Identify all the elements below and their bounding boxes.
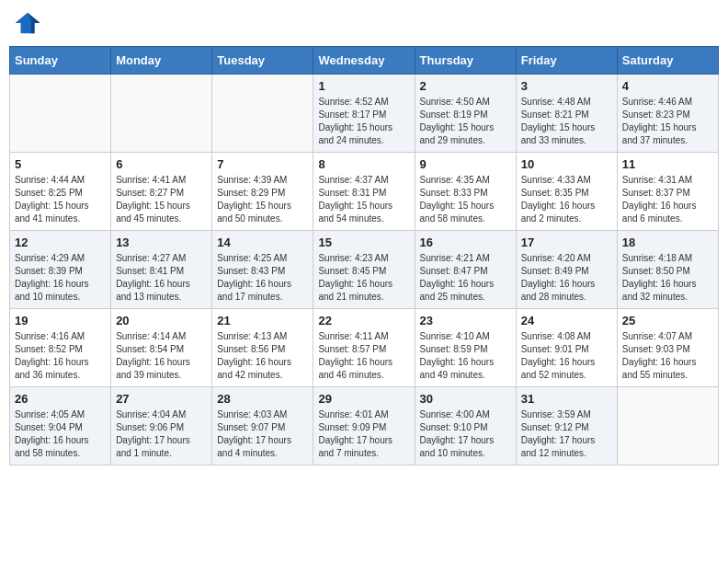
day-of-week-header: Saturday bbox=[617, 47, 718, 75]
calendar-day-cell: 11Sunrise: 4:31 AM Sunset: 8:37 PM Dayli… bbox=[617, 153, 718, 231]
day-number: 24 bbox=[521, 314, 612, 327]
day-number: 7 bbox=[217, 157, 308, 171]
day-of-week-header: Wednesday bbox=[313, 47, 415, 75]
calendar-day-cell: 9Sunrise: 4:35 AM Sunset: 8:33 PM Daylig… bbox=[415, 153, 516, 231]
day-info: Sunrise: 4:20 AM Sunset: 8:49 PM Dayligh… bbox=[521, 252, 612, 304]
day-info: Sunrise: 4:35 AM Sunset: 8:33 PM Dayligh… bbox=[420, 174, 511, 225]
day-info: Sunrise: 4:52 AM Sunset: 8:17 PM Dayligh… bbox=[318, 96, 409, 147]
day-info: Sunrise: 4:46 AM Sunset: 8:23 PM Dayligh… bbox=[622, 96, 713, 147]
day-info: Sunrise: 4:18 AM Sunset: 8:50 PM Dayligh… bbox=[622, 252, 713, 304]
calendar-day-cell bbox=[10, 75, 111, 153]
calendar-day-cell: 26Sunrise: 4:05 AM Sunset: 9:04 PM Dayli… bbox=[10, 387, 111, 465]
calendar-day-cell: 28Sunrise: 4:03 AM Sunset: 9:07 PM Dayli… bbox=[212, 387, 313, 465]
day-info: Sunrise: 3:59 AM Sunset: 9:12 PM Dayligh… bbox=[521, 408, 612, 460]
day-info: Sunrise: 4:07 AM Sunset: 9:03 PM Dayligh… bbox=[622, 330, 713, 382]
day-number: 29 bbox=[318, 392, 409, 406]
calendar-day-cell: 24Sunrise: 4:08 AM Sunset: 9:01 PM Dayli… bbox=[516, 309, 617, 387]
day-number: 23 bbox=[420, 314, 511, 327]
day-of-week-header: Monday bbox=[111, 47, 212, 75]
day-number: 1 bbox=[318, 79, 409, 93]
day-number: 4 bbox=[622, 79, 713, 93]
day-info: Sunrise: 4:10 AM Sunset: 8:59 PM Dayligh… bbox=[420, 330, 511, 382]
calendar-week-row: 1Sunrise: 4:52 AM Sunset: 8:17 PM Daylig… bbox=[10, 75, 719, 153]
day-number: 26 bbox=[15, 392, 106, 406]
day-number: 20 bbox=[116, 314, 207, 327]
calendar-day-cell: 12Sunrise: 4:29 AM Sunset: 8:39 PM Dayli… bbox=[10, 231, 111, 309]
day-number: 19 bbox=[15, 314, 106, 327]
day-number: 27 bbox=[116, 392, 207, 406]
day-info: Sunrise: 4:37 AM Sunset: 8:31 PM Dayligh… bbox=[318, 174, 409, 225]
calendar-week-row: 19Sunrise: 4:16 AM Sunset: 8:52 PM Dayli… bbox=[10, 309, 719, 387]
day-info: Sunrise: 4:31 AM Sunset: 8:37 PM Dayligh… bbox=[622, 174, 713, 225]
day-number: 30 bbox=[420, 392, 511, 406]
day-info: Sunrise: 4:00 AM Sunset: 9:10 PM Dayligh… bbox=[420, 408, 511, 460]
day-number: 22 bbox=[318, 314, 409, 327]
day-number: 28 bbox=[217, 392, 308, 406]
day-of-week-header: Tuesday bbox=[212, 47, 313, 75]
calendar-day-cell: 25Sunrise: 4:07 AM Sunset: 9:03 PM Dayli… bbox=[617, 309, 718, 387]
day-number: 12 bbox=[15, 236, 106, 249]
day-number: 15 bbox=[318, 236, 409, 249]
day-info: Sunrise: 4:11 AM Sunset: 8:57 PM Dayligh… bbox=[318, 330, 409, 382]
calendar-day-cell: 3Sunrise: 4:48 AM Sunset: 8:21 PM Daylig… bbox=[516, 75, 617, 153]
calendar-day-cell bbox=[617, 387, 718, 465]
day-number: 14 bbox=[217, 236, 308, 249]
day-number: 18 bbox=[622, 236, 713, 249]
calendar-day-cell: 4Sunrise: 4:46 AM Sunset: 8:23 PM Daylig… bbox=[617, 75, 718, 153]
day-info: Sunrise: 4:03 AM Sunset: 9:07 PM Dayligh… bbox=[217, 408, 308, 460]
day-info: Sunrise: 4:05 AM Sunset: 9:04 PM Dayligh… bbox=[15, 408, 106, 460]
calendar-day-cell: 10Sunrise: 4:33 AM Sunset: 8:35 PM Dayli… bbox=[516, 153, 617, 231]
calendar-day-cell: 17Sunrise: 4:20 AM Sunset: 8:49 PM Dayli… bbox=[516, 231, 617, 309]
day-info: Sunrise: 4:04 AM Sunset: 9:06 PM Dayligh… bbox=[116, 408, 207, 460]
calendar-day-cell: 8Sunrise: 4:37 AM Sunset: 8:31 PM Daylig… bbox=[313, 153, 415, 231]
day-number: 17 bbox=[521, 236, 612, 249]
calendar-header-row: SundayMondayTuesdayWednesdayThursdayFrid… bbox=[10, 47, 719, 75]
page-header bbox=[9, 9, 719, 37]
day-info: Sunrise: 4:50 AM Sunset: 8:19 PM Dayligh… bbox=[420, 96, 511, 147]
day-number: 21 bbox=[217, 314, 308, 327]
calendar-day-cell: 6Sunrise: 4:41 AM Sunset: 8:27 PM Daylig… bbox=[111, 153, 212, 231]
day-number: 10 bbox=[521, 157, 612, 171]
day-number: 2 bbox=[420, 79, 511, 93]
calendar-day-cell: 21Sunrise: 4:13 AM Sunset: 8:56 PM Dayli… bbox=[212, 309, 313, 387]
logo-icon bbox=[14, 9, 41, 37]
day-number: 3 bbox=[521, 79, 612, 93]
calendar-week-row: 26Sunrise: 4:05 AM Sunset: 9:04 PM Dayli… bbox=[10, 387, 719, 465]
day-number: 16 bbox=[420, 236, 511, 249]
day-info: Sunrise: 4:27 AM Sunset: 8:41 PM Dayligh… bbox=[116, 252, 207, 304]
calendar-day-cell: 14Sunrise: 4:25 AM Sunset: 8:43 PM Dayli… bbox=[212, 231, 313, 309]
day-info: Sunrise: 4:01 AM Sunset: 9:09 PM Dayligh… bbox=[318, 408, 409, 460]
day-info: Sunrise: 4:39 AM Sunset: 8:29 PM Dayligh… bbox=[217, 174, 308, 225]
logo bbox=[14, 9, 45, 37]
calendar-day-cell: 1Sunrise: 4:52 AM Sunset: 8:17 PM Daylig… bbox=[313, 75, 415, 153]
calendar-week-row: 12Sunrise: 4:29 AM Sunset: 8:39 PM Dayli… bbox=[10, 231, 719, 309]
calendar-day-cell: 15Sunrise: 4:23 AM Sunset: 8:45 PM Dayli… bbox=[313, 231, 415, 309]
day-number: 11 bbox=[622, 157, 713, 171]
calendar-day-cell: 16Sunrise: 4:21 AM Sunset: 8:47 PM Dayli… bbox=[415, 231, 516, 309]
calendar-day-cell: 7Sunrise: 4:39 AM Sunset: 8:29 PM Daylig… bbox=[212, 153, 313, 231]
day-number: 9 bbox=[420, 157, 511, 171]
day-info: Sunrise: 4:13 AM Sunset: 8:56 PM Dayligh… bbox=[217, 330, 308, 382]
calendar-table: SundayMondayTuesdayWednesdayThursdayFrid… bbox=[9, 46, 719, 465]
day-info: Sunrise: 4:33 AM Sunset: 8:35 PM Dayligh… bbox=[521, 174, 612, 225]
calendar-day-cell: 18Sunrise: 4:18 AM Sunset: 8:50 PM Dayli… bbox=[617, 231, 718, 309]
calendar-day-cell bbox=[111, 75, 212, 153]
day-info: Sunrise: 4:44 AM Sunset: 8:25 PM Dayligh… bbox=[15, 174, 106, 225]
day-number: 13 bbox=[116, 236, 207, 249]
day-number: 6 bbox=[116, 157, 207, 171]
day-number: 25 bbox=[622, 314, 713, 327]
day-info: Sunrise: 4:41 AM Sunset: 8:27 PM Dayligh… bbox=[116, 174, 207, 225]
calendar-week-row: 5Sunrise: 4:44 AM Sunset: 8:25 PM Daylig… bbox=[10, 153, 719, 231]
day-of-week-header: Friday bbox=[516, 47, 617, 75]
day-info: Sunrise: 4:16 AM Sunset: 8:52 PM Dayligh… bbox=[15, 330, 106, 382]
calendar-day-cell: 27Sunrise: 4:04 AM Sunset: 9:06 PM Dayli… bbox=[111, 387, 212, 465]
calendar-day-cell: 31Sunrise: 3:59 AM Sunset: 9:12 PM Dayli… bbox=[516, 387, 617, 465]
calendar-day-cell: 2Sunrise: 4:50 AM Sunset: 8:19 PM Daylig… bbox=[415, 75, 516, 153]
day-number: 8 bbox=[318, 157, 409, 171]
calendar-day-cell: 13Sunrise: 4:27 AM Sunset: 8:41 PM Dayli… bbox=[111, 231, 212, 309]
day-info: Sunrise: 4:23 AM Sunset: 8:45 PM Dayligh… bbox=[318, 252, 409, 304]
calendar-day-cell bbox=[212, 75, 313, 153]
day-info: Sunrise: 4:48 AM Sunset: 8:21 PM Dayligh… bbox=[521, 96, 612, 147]
day-of-week-header: Thursday bbox=[415, 47, 516, 75]
day-info: Sunrise: 4:14 AM Sunset: 8:54 PM Dayligh… bbox=[116, 330, 207, 382]
